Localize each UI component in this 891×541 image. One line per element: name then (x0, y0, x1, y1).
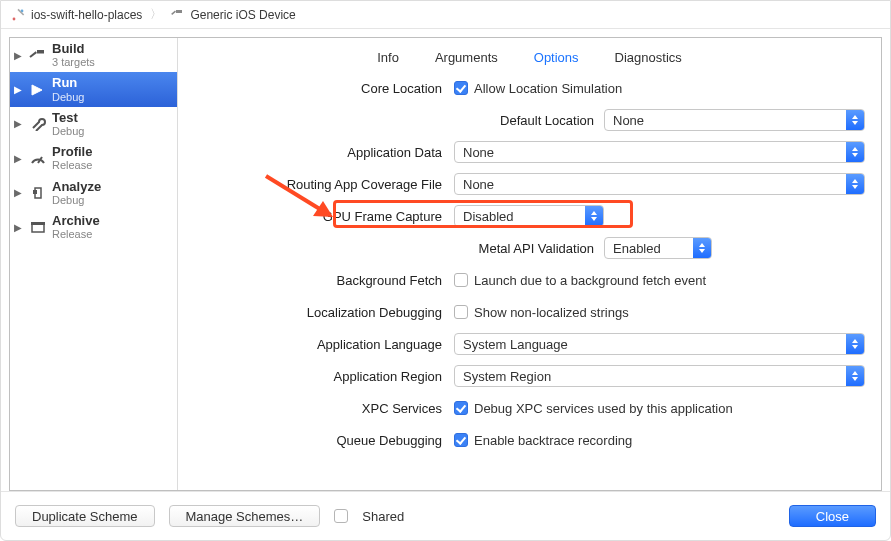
svg-point-0 (13, 17, 16, 20)
tab-diagnostics[interactable]: Diagnostics (615, 50, 682, 65)
sidebar-title: Profile (52, 145, 92, 159)
svg-rect-11 (32, 224, 44, 232)
label-app-region: Application Region (194, 369, 454, 384)
disclosure-icon[interactable]: ▶ (14, 118, 24, 129)
disclosure-icon[interactable]: ▶ (14, 50, 24, 61)
label-core-location: Core Location (194, 81, 454, 96)
tab-options[interactable]: Options (534, 50, 579, 65)
sidebar-sub: 3 targets (52, 56, 95, 68)
label-metal: Metal API Validation (454, 241, 604, 256)
select-metal[interactable]: Enabled (604, 237, 712, 259)
tabs: Info Arguments Options Diagnostics (194, 46, 865, 75)
tab-info[interactable]: Info (377, 50, 399, 65)
footer: Duplicate Scheme Manage Schemes… Shared … (1, 492, 890, 540)
close-button[interactable]: Close (789, 505, 876, 527)
breadcrumb[interactable]: ios-swift-hello-places 〉 Generic iOS Dev… (1, 1, 890, 29)
label-queue: Queue Debugging (194, 433, 454, 448)
label-application-data: Application Data (194, 145, 454, 160)
disclosure-icon[interactable]: ▶ (14, 222, 24, 233)
label-xpc: XPC Services (194, 401, 454, 416)
sidebar-item-profile[interactable]: ▶ ProfileRelease (10, 141, 177, 175)
checkbox-allow-location[interactable] (454, 81, 468, 95)
sidebar: ▶ Build3 targets ▶ RunDebug ▶ TestDebug … (10, 38, 178, 490)
tab-arguments[interactable]: Arguments (435, 50, 498, 65)
options-panel: Info Arguments Options Diagnostics Core … (178, 38, 881, 490)
manage-schemes-button[interactable]: Manage Schemes… (169, 505, 321, 527)
checkbox-loc-debug[interactable] (454, 305, 468, 319)
stepper-icon (585, 206, 603, 226)
hammer-icon (170, 8, 184, 22)
checklabel-allow-location: Allow Location Simulation (474, 81, 622, 96)
scheme-icon (11, 8, 25, 22)
sidebar-sub: Debug (52, 194, 101, 206)
sidebar-title: Analyze (52, 180, 101, 194)
stepper-icon (693, 238, 711, 258)
label-routing: Routing App Coverage File (194, 177, 454, 192)
sidebar-sub: Debug (52, 125, 84, 137)
checklabel-bg-fetch: Launch due to a background fetch event (474, 273, 706, 288)
svg-marker-7 (32, 85, 42, 95)
sidebar-sub: Release (52, 228, 100, 240)
select-routing[interactable]: None (454, 173, 865, 195)
sidebar-item-run[interactable]: ▶ RunDebug (10, 72, 177, 106)
breadcrumb-device[interactable]: Generic iOS Device (190, 8, 295, 22)
sidebar-item-build[interactable]: ▶ Build3 targets (10, 38, 177, 72)
select-application-data[interactable]: None (454, 141, 865, 163)
sidebar-item-analyze[interactable]: ▶ AnalyzeDebug (10, 176, 177, 210)
sidebar-sub: Release (52, 159, 92, 171)
sidebar-item-archive[interactable]: ▶ ArchiveRelease (10, 210, 177, 244)
duplicate-scheme-button[interactable]: Duplicate Scheme (15, 505, 155, 527)
sidebar-title: Run (52, 76, 84, 90)
sidebar-item-test[interactable]: ▶ TestDebug (10, 107, 177, 141)
select-app-lang[interactable]: System Language (454, 333, 865, 355)
stepper-icon (846, 366, 864, 386)
archive-icon (28, 219, 48, 235)
stepper-icon (846, 110, 864, 130)
checklabel-xpc: Debug XPC services used by this applicat… (474, 401, 733, 416)
stepper-icon (846, 142, 864, 162)
disclosure-icon[interactable]: ▶ (14, 187, 24, 198)
stepper-icon (846, 334, 864, 354)
svg-rect-12 (31, 222, 45, 225)
play-icon (28, 82, 48, 98)
analyze-icon (28, 185, 48, 201)
select-app-region[interactable]: System Region (454, 365, 865, 387)
svg-rect-4 (172, 10, 177, 14)
label-bg-fetch: Background Fetch (194, 273, 454, 288)
svg-rect-10 (33, 190, 37, 194)
chevron-right-icon: 〉 (150, 6, 162, 23)
sidebar-title: Build (52, 42, 95, 56)
checkbox-queue[interactable] (454, 433, 468, 447)
svg-rect-5 (37, 50, 44, 54)
checklabel-queue: Enable backtrace recording (474, 433, 632, 448)
select-gpu[interactable]: Disabled (454, 205, 604, 227)
disclosure-icon[interactable]: ▶ (14, 153, 24, 164)
svg-rect-6 (29, 52, 37, 59)
label-loc-debug: Localization Debugging (194, 305, 454, 320)
label-app-lang: Application Language (194, 337, 454, 352)
breadcrumb-project[interactable]: ios-swift-hello-places (31, 8, 142, 22)
checkbox-shared[interactable] (334, 509, 348, 523)
checkbox-xpc[interactable] (454, 401, 468, 415)
svg-rect-3 (176, 10, 182, 13)
checkbox-bg-fetch[interactable] (454, 273, 468, 287)
select-default-location[interactable]: None (604, 109, 865, 131)
disclosure-icon[interactable]: ▶ (14, 84, 24, 95)
stepper-icon (846, 174, 864, 194)
wrench-icon (28, 116, 48, 132)
svg-rect-2 (17, 8, 24, 15)
checklabel-shared: Shared (362, 509, 404, 524)
label-gpu: GPU Frame Capture (194, 209, 454, 224)
checklabel-loc-debug: Show non-localized strings (474, 305, 629, 320)
hammer-icon (28, 47, 48, 63)
label-default-location: Default Location (454, 113, 604, 128)
sidebar-title: Test (52, 111, 84, 125)
sidebar-sub: Debug (52, 91, 84, 103)
gauge-icon (28, 150, 48, 166)
sidebar-title: Archive (52, 214, 100, 228)
